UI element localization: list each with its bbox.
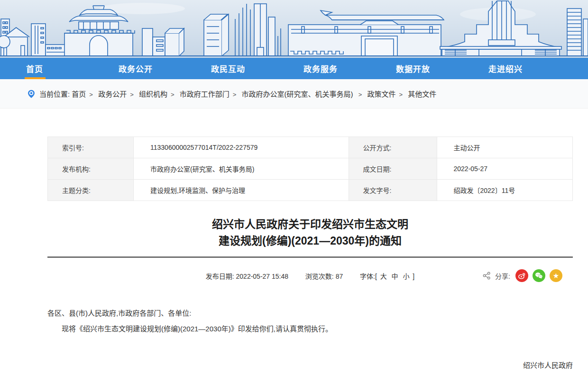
article-content: 索引号: 11330600002577014T/2022-227579 公开方式… (47, 137, 573, 374)
signature-issuer: 绍兴市人民政府 (47, 357, 573, 373)
meta-value-date-of-writing: 2022-05-27 (437, 158, 572, 180)
share-icon (483, 272, 491, 280)
nav-item-home[interactable]: 首页 (14, 58, 107, 79)
font-size-label-close: ] (413, 273, 414, 280)
share-wechat-button[interactable] (533, 269, 545, 282)
breadcrumb-link-gov-disclosure[interactable]: 政务公开 (98, 90, 127, 98)
document-meta-table: 索引号: 11330600002577014T/2022-227579 公开方式… (47, 137, 573, 201)
star-icon: ★ (553, 272, 559, 279)
font-size-switcher: 字体:[ 大 中 小 ] (360, 273, 414, 280)
breadcrumb-prefix: 当前位置: (39, 90, 70, 98)
meta-label-issuing-agency: 发布机构: (48, 158, 134, 180)
font-size-large[interactable]: 大 (380, 273, 387, 280)
table-row: 索引号: 11330600002577014T/2022-227579 公开方式… (48, 137, 573, 158)
nav-item-gov-disclosure[interactable]: 政务公开 (107, 58, 199, 79)
page-title-line2: 建设规划(修编)(2021—2030年)的通知 (47, 233, 573, 249)
meta-value-disclosure-method: 主动公开 (437, 137, 572, 158)
breadcrumb-link-policy-files[interactable]: 政策文件 (367, 90, 395, 98)
meta-value-document-number: 绍政发〔2022〕11号 (437, 180, 572, 201)
table-row: 主题分类: 建设规划,环境监测、保护与治理 发文字号: 绍政发〔2022〕11号 (48, 180, 573, 201)
share-label: 分享: (495, 271, 510, 281)
meta-value-topic-category: 建设规划,环境监测、保护与治理 (134, 180, 349, 201)
publish-date-label: 发布日期: (206, 273, 234, 280)
breadcrumb-link-departments[interactable]: 市政府工作部门 (180, 90, 230, 98)
breadcrumb-link-office[interactable]: 市政府办公室(研究室、机关事务局) (241, 90, 353, 98)
page-title-line1: 绍兴市人民政府关于印发绍兴市生态文明 (47, 216, 573, 233)
table-row: 发布机构: 市政府办公室(研究室、机关事务局) 成文日期: 2022-05-27 (48, 158, 573, 180)
city-skyline-banner (0, 0, 588, 58)
font-size-label: 字体:[ (360, 273, 377, 280)
breadcrumb-link-home[interactable]: 首页 (72, 90, 86, 98)
meta-label-document-number: 发文字号: (349, 180, 437, 201)
nav-item-services[interactable]: 政务服务 (292, 58, 384, 79)
views-value: 87 (336, 273, 343, 280)
location-pin-icon (27, 90, 36, 98)
meta-label-disclosure-method: 公开方式: (349, 137, 437, 158)
breadcrumb-link-org[interactable]: 组织机构 (139, 90, 167, 98)
meta-value-issuing-agency: 市政府办公室(研究室、机关事务局) (134, 158, 349, 180)
meta-value-index-no: 11330600002577014T/2022-227579 (134, 137, 349, 158)
title-divider (47, 256, 573, 258)
signature-block: 绍兴市人民政府 2022年5月25日 (47, 357, 573, 374)
meta-label-index-no: 索引号: (48, 137, 134, 158)
breadcrumb-bar: 当前位置: 首页> 政务公开> 组织机构> 市政府工作部门> 市政府办公室(研究… (0, 79, 588, 109)
meta-label-topic-category: 主题分类: (48, 180, 134, 201)
views-label: 浏览次数: (305, 273, 334, 280)
page-title: 绍兴市人民政府关于印发绍兴市生态文明 建设规划(修编)(2021—2030年)的… (47, 216, 573, 249)
weibo-icon (518, 272, 526, 280)
main-nav: 首页 政务公开 政民互动 政务服务 数据开放 走进绍兴 (0, 58, 588, 79)
nav-item-about-shaoxing[interactable]: 走进绍兴 (477, 58, 569, 79)
font-size-medium[interactable]: 中 (392, 273, 398, 280)
breadcrumb: 当前位置: 首页> 政务公开> 组织机构> 市政府工作部门> 市政府办公室(研究… (39, 89, 436, 99)
nav-item-open-data[interactable]: 数据开放 (384, 58, 477, 79)
publish-meta-row: 发布日期: 2022-05-27 15:48 浏览次数: 87 字体:[ 大 中… (47, 269, 573, 283)
article-body: 各区、县(市)人民政府,市政府各部门、各单位: 现将《绍兴市生态文明建设规划(修… (47, 305, 573, 337)
nav-item-interaction[interactable]: 政民互动 (199, 58, 292, 79)
font-size-small[interactable]: 小 (403, 273, 409, 280)
salutation-line: 各区、县(市)人民政府,市政府各部门、各单位: (47, 305, 573, 321)
body-paragraph: 现将《绍兴市生态文明建设规划(修编)(2021—2030年)》印发给你们,请认真… (47, 321, 573, 337)
breadcrumb-link-other-files[interactable]: 其他文件 (408, 90, 436, 98)
publish-date-value: 2022-05-27 15:48 (236, 273, 289, 280)
share-toolbar: 分享: ★ (483, 269, 562, 282)
wechat-icon (535, 272, 543, 280)
share-qzone-button[interactable]: ★ (550, 269, 562, 282)
meta-label-date-of-writing: 成文日期: (349, 158, 437, 180)
share-weibo-button[interactable] (515, 269, 528, 282)
